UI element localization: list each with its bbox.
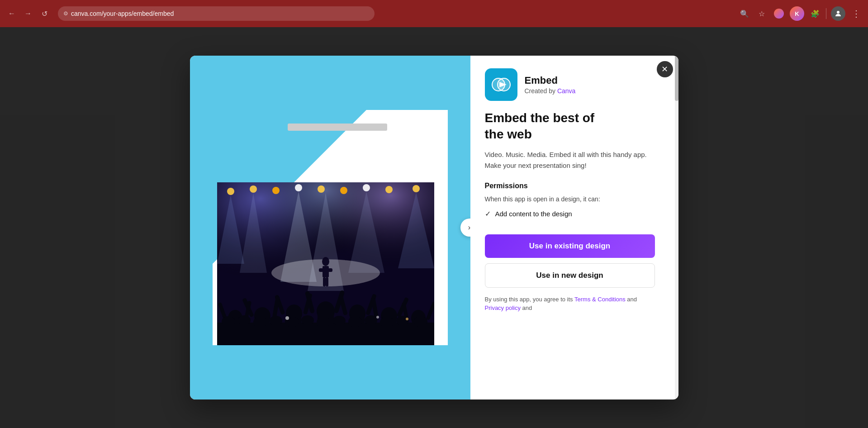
reload-button[interactable]: ↺ bbox=[38, 7, 51, 20]
svg-point-11 bbox=[363, 184, 370, 191]
svg-rect-24 bbox=[323, 277, 326, 286]
permission-text: Add content to the design bbox=[495, 210, 572, 218]
svg-point-6 bbox=[250, 185, 257, 193]
svg-point-21 bbox=[322, 257, 329, 266]
svg-point-67 bbox=[414, 316, 427, 327]
svg-point-7 bbox=[272, 187, 280, 194]
profile-badge[interactable]: K bbox=[790, 6, 804, 21]
permissions-context: When this app is open in a design, it ca… bbox=[485, 195, 655, 204]
svg-point-5 bbox=[227, 188, 234, 195]
app-title: Embed the best of the web bbox=[485, 110, 655, 143]
canva-link[interactable]: Canva bbox=[557, 87, 575, 95]
footer-text: By using this app, you agree to its Term… bbox=[485, 295, 655, 313]
svg-point-70 bbox=[406, 318, 408, 320]
next-slide-button[interactable]: › bbox=[460, 219, 470, 237]
extensions-button[interactable]: 🧩 bbox=[809, 7, 821, 20]
permissions-heading: Permissions bbox=[485, 182, 655, 190]
slide-content-top bbox=[226, 124, 434, 131]
svg-point-55 bbox=[222, 316, 235, 327]
svg-point-60 bbox=[301, 315, 314, 325]
svg-point-57 bbox=[253, 317, 267, 328]
svg-point-10 bbox=[340, 187, 347, 194]
permission-item: ✓ Add content to the design bbox=[485, 209, 655, 218]
svg-point-64 bbox=[365, 315, 377, 325]
theme-icon-button[interactable] bbox=[773, 7, 785, 20]
app-name: Embed bbox=[525, 75, 576, 86]
svg-point-12 bbox=[385, 186, 393, 193]
checkmark-icon: ✓ bbox=[485, 209, 491, 218]
svg-point-58 bbox=[270, 316, 282, 326]
use-existing-design-button[interactable]: Use in existing design bbox=[485, 234, 655, 258]
preview-panel: › bbox=[190, 56, 470, 399]
created-by-text: Created by Canva bbox=[525, 87, 576, 95]
app-name-section: Embed Created by Canva bbox=[525, 75, 576, 95]
info-panel[interactable]: Embed Created by Canva Embed the best of… bbox=[470, 56, 678, 399]
slide-image bbox=[217, 182, 434, 345]
divider bbox=[826, 8, 826, 19]
svg-point-65 bbox=[380, 317, 394, 328]
close-button[interactable]: ✕ bbox=[657, 61, 673, 77]
slide-bar-blue bbox=[226, 124, 280, 131]
browser-icons: 🔍 ☆ K 🧩 ⋮ bbox=[738, 6, 863, 21]
user-avatar-button[interactable] bbox=[831, 6, 845, 21]
svg-point-8 bbox=[295, 184, 302, 191]
svg-point-66 bbox=[396, 316, 409, 326]
privacy-link[interactable]: Privacy policy bbox=[485, 304, 521, 311]
search-button[interactable]: 🔍 bbox=[738, 7, 751, 20]
modal-overlay: ✕ bbox=[0, 27, 868, 428]
forward-button[interactable]: → bbox=[22, 7, 34, 20]
svg-point-0 bbox=[837, 11, 840, 14]
preview-slide bbox=[213, 110, 448, 345]
terms-link[interactable]: Terms & Conditions bbox=[574, 296, 626, 303]
svg-point-68 bbox=[285, 316, 289, 320]
back-button[interactable]: ← bbox=[5, 7, 18, 20]
svg-point-62 bbox=[333, 316, 346, 326]
address-bar[interactable]: ⚙ canva.com/your-apps/embed/embed bbox=[58, 6, 375, 21]
svg-rect-23 bbox=[319, 268, 332, 272]
concert-scene bbox=[217, 182, 434, 345]
svg-rect-25 bbox=[326, 277, 328, 286]
app-description: Video. Music. Media. Embed it all with t… bbox=[485, 149, 655, 171]
svg-point-63 bbox=[348, 316, 362, 327]
url-text: canva.com/your-apps/embed/embed bbox=[71, 10, 174, 17]
scrollbar-track bbox=[675, 56, 678, 399]
svg-point-61 bbox=[317, 317, 330, 328]
browser-chrome: ← → ↺ ⚙ canva.com/your-apps/embed/embed … bbox=[0, 0, 868, 27]
page-background: ✕ bbox=[0, 27, 868, 428]
scrollbar-thumb[interactable] bbox=[675, 56, 678, 101]
app-header: Embed Created by Canva bbox=[485, 68, 655, 101]
menu-button[interactable]: ⋮ bbox=[850, 7, 863, 20]
svg-point-69 bbox=[376, 316, 379, 319]
svg-point-9 bbox=[318, 185, 325, 193]
embed-app-modal: ✕ bbox=[190, 56, 678, 399]
svg-point-56 bbox=[238, 315, 251, 325]
bookmark-button[interactable]: ☆ bbox=[755, 7, 768, 20]
slide-bar-gray bbox=[288, 124, 387, 131]
svg-point-13 bbox=[413, 185, 420, 192]
app-icon bbox=[485, 68, 517, 101]
use-new-design-button[interactable]: Use in new design bbox=[485, 263, 655, 288]
